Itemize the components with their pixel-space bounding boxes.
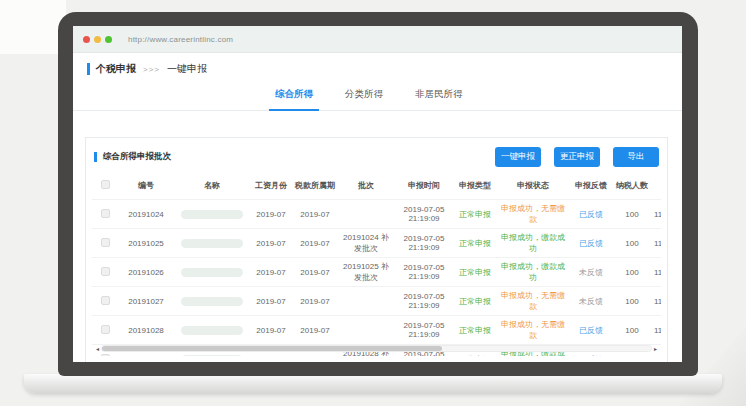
col-header-taxpayer-count: 纳税人数 xyxy=(612,172,652,200)
window-maximize-dot[interactable] xyxy=(105,36,112,43)
declare-status: 申报成功，无需缴款 xyxy=(496,287,570,316)
col-header-declare-type: 申报类型 xyxy=(454,172,496,200)
salary-month: 2019-07 xyxy=(250,258,292,287)
taxpayer-count: 100 xyxy=(612,258,652,287)
batch: 20191024 补发批次 xyxy=(338,229,394,258)
batch-panel: 综合所得申报批次 一键申报 更正申报 导出 xyxy=(85,137,668,362)
correction-declare-button[interactable]: 更正申报 xyxy=(554,147,600,167)
name-redacted-placeholder xyxy=(181,268,243,277)
declare-feedback: 已反馈 xyxy=(570,229,612,258)
name-redacted-placeholder xyxy=(181,210,243,219)
batch-id: 20191027 xyxy=(118,287,174,316)
row-checkbox[interactable] xyxy=(101,354,110,357)
declare-status: 申报成功，缴款成功 xyxy=(496,258,570,287)
salary-month: 2019-07 xyxy=(250,287,292,316)
col-header-feedback: 申报反馈 xyxy=(570,172,612,200)
tax-period: 2019-07 xyxy=(292,229,338,258)
name-redacted-placeholder xyxy=(181,326,243,335)
window-close-dot[interactable] xyxy=(83,36,90,43)
breadcrumb: 个税申报 >>> 一键申报 xyxy=(87,62,682,76)
page-content: 个税申报 >>> 一键申报 综合所得 分类所得 非居民所得 综合所得申报批次 一… xyxy=(73,62,682,362)
col-header-declare-status: 申报状态 xyxy=(496,172,570,200)
page-background: http://www.careerintlinc.com 个税申报 >>> 一键… xyxy=(0,0,746,406)
url-text[interactable]: http://www.careerintlinc.com xyxy=(128,35,233,44)
accent-bar xyxy=(94,152,97,162)
browser-chrome-bar: http://www.careerintlinc.com xyxy=(73,26,682,53)
declare-type: 正常申报 xyxy=(454,316,496,345)
tab-comprehensive-income[interactable]: 综合所得 xyxy=(269,88,319,111)
col-header-declare-time: 申报时间 xyxy=(394,172,454,200)
row-checkbox[interactable] xyxy=(101,238,110,247)
declare-type: 正常申报 xyxy=(454,258,496,287)
tax-period: 2019-07 xyxy=(292,287,338,316)
taxpayer-count: 100 xyxy=(612,200,652,229)
row-checkbox[interactable] xyxy=(101,325,110,334)
page-title: 个税申报 xyxy=(96,62,136,76)
scroll-right-arrow-icon[interactable]: ▸ xyxy=(654,346,657,352)
declare-feedback: 未反馈 xyxy=(570,258,612,287)
declare-feedback: 未反馈 xyxy=(570,287,612,316)
batch xyxy=(338,287,394,316)
horizontal-scrollbar[interactable]: ◂ ▸ xyxy=(96,344,657,353)
batch-table: 编号 名称 工资月份 税款所属期 批次 申报时间 申报类型 申报状态 申报反馈 xyxy=(92,172,661,356)
taxpayer-count: 100 xyxy=(612,316,652,345)
salary-month: 2019-07 xyxy=(250,316,292,345)
clipped-amount: 11 xyxy=(652,200,661,229)
clipped-amount: 11 xyxy=(652,229,661,258)
tab-bar: 综合所得 分类所得 非居民所得 xyxy=(73,88,682,111)
export-button[interactable]: 导出 xyxy=(613,147,659,167)
name-cell xyxy=(174,287,250,316)
table-row: 201910262019-072019-0720191025 补发批次2019-… xyxy=(92,258,661,287)
declare-feedback: 已反馈 xyxy=(570,200,612,229)
row-checkbox[interactable] xyxy=(101,209,110,218)
clipped-amount: 11 xyxy=(652,258,661,287)
select-all-checkbox[interactable] xyxy=(101,180,110,189)
scroll-left-arrow-icon[interactable]: ◂ xyxy=(96,346,99,352)
name-redacted-placeholder xyxy=(181,239,243,248)
col-header-name: 名称 xyxy=(174,172,250,200)
clipped-amount: 11 xyxy=(652,316,661,345)
window-minimize-dot[interactable] xyxy=(94,36,101,43)
tab-nonresident-income[interactable]: 非居民所得 xyxy=(409,88,469,110)
table-row: 201910242019-072019-072019-07-05 21:19:0… xyxy=(92,200,661,229)
one-click-declare-button[interactable]: 一键申报 xyxy=(495,147,541,167)
batch-id: 20191024 xyxy=(118,200,174,229)
row-checkbox[interactable] xyxy=(101,267,110,276)
clipped-amount: 11 xyxy=(652,287,661,316)
name-cell xyxy=(174,316,250,345)
page-subtitle: 一键申报 xyxy=(167,62,207,76)
batch-id: 20191028 xyxy=(118,316,174,345)
tax-period: 2019-07 xyxy=(292,316,338,345)
panel-actions: 一键申报 更正申报 导出 xyxy=(495,147,659,167)
declare-type: 正常申报 xyxy=(454,287,496,316)
col-header-id: 编号 xyxy=(118,172,174,200)
taxpayer-count: 100 xyxy=(612,287,652,316)
declare-time: 2019-07-05 21:19:09 xyxy=(394,287,454,316)
batch-id: 20191026 xyxy=(118,258,174,287)
batch xyxy=(338,200,394,229)
scrollbar-track[interactable] xyxy=(101,345,652,352)
panel-title: 综合所得申报批次 xyxy=(103,151,171,163)
row-checkbox[interactable] xyxy=(101,296,110,305)
scrollbar-thumb[interactable] xyxy=(102,346,442,351)
tax-period: 2019-07 xyxy=(292,200,338,229)
taxpayer-count: 100 xyxy=(612,229,652,258)
batch: 20191025 补发批次 xyxy=(338,258,394,287)
declare-time: 2019-07-05 21:19:09 xyxy=(394,229,454,258)
name-redacted-placeholder xyxy=(181,355,243,357)
name-cell xyxy=(174,229,250,258)
table-row: 201910272019-072019-072019-07-05 21:19:0… xyxy=(92,287,661,316)
name-redacted-placeholder xyxy=(181,297,243,306)
declare-status: 申报成功，无需缴款 xyxy=(496,200,570,229)
name-cell xyxy=(174,200,250,229)
laptop-screen-bezel: http://www.careerintlinc.com 个税申报 >>> 一键… xyxy=(58,12,698,376)
laptop-base xyxy=(24,374,722,393)
tab-classified-income[interactable]: 分类所得 xyxy=(339,88,389,110)
browser-window: http://www.careerintlinc.com 个税申报 >>> 一键… xyxy=(73,26,682,362)
declare-status: 申报成功，缴款成功 xyxy=(496,229,570,258)
table-row: 201910252019-072019-0720191024 补发批次2019-… xyxy=(92,229,661,258)
col-header-batch: 批次 xyxy=(338,172,394,200)
batch xyxy=(338,316,394,345)
salary-month: 2019-07 xyxy=(250,200,292,229)
declare-type: 正常申报 xyxy=(454,200,496,229)
